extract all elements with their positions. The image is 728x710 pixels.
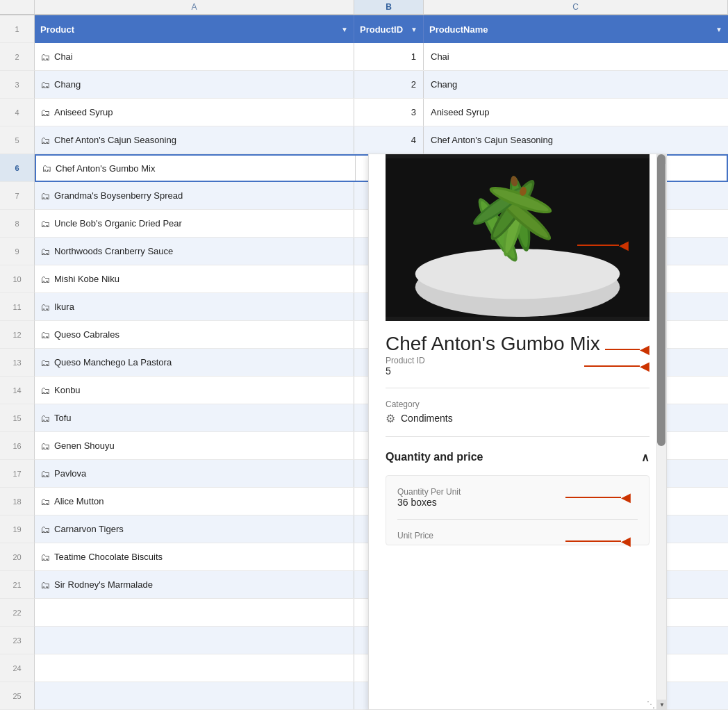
svg-point-2 (415, 249, 620, 299)
product-icon: 🗂 (40, 468, 50, 479)
cell-value: Chef Anton's Gumbo Mix (56, 163, 155, 174)
cell-a-16: 🗂 Genen Shouyu (35, 432, 354, 459)
product-icon: 🗂 (40, 274, 50, 285)
quantity-price-section-title[interactable]: Quantity and price ∧ (386, 448, 650, 464)
row-num-22: 22 (0, 599, 35, 627)
cell-c-5: Chef Anton's Cajun Seasoning (424, 126, 728, 154)
row-num-8: 8 (0, 210, 35, 238)
product-icon: 🗂 (40, 135, 50, 146)
spreadsheet: A B C 1 2 3 4 5 6 7 8 9 10 11 12 13 14 1… (0, 0, 728, 710)
row-num-24: 24 (0, 654, 35, 682)
row-num-20: 20 (0, 543, 35, 571)
row-num-2: 2 (0, 43, 35, 71)
cell-a-7: 🗂 Grandma's Boysenberry Spread (35, 182, 354, 209)
product-icon: 🗂 (40, 246, 50, 257)
cell-value: Tofu (54, 413, 72, 423)
col-header-a[interactable]: A (35, 0, 354, 15)
productname-dropdown-icon[interactable]: ▼ (715, 26, 722, 33)
cell-value: Teatime Chocolate Biscuits (54, 552, 163, 562)
header-cell-productid[interactable]: ProductID ▼ (354, 15, 424, 43)
quantity-price-card: Quantity Per Unit ◀ 36 boxes Unit Price (386, 475, 650, 545)
cell-value: Queso Manchego La Pastora (54, 357, 172, 368)
product-icon: 🗂 (40, 440, 50, 452)
detail-content: ◀ Chef Anton's Gumbo Mix ◀ Product ID (369, 154, 666, 709)
section-title-text: Quantity and price (386, 451, 483, 463)
product-icon: 🗂 (40, 79, 50, 90)
cell-a-24 (35, 654, 354, 682)
row-num-23: 23 (0, 627, 35, 654)
table-row[interactable]: 🗂 Aniseed Syrup 3 Aniseed Syrup (35, 99, 728, 126)
cell-value: Aniseed Syrup (54, 107, 113, 117)
header-product-label: Product (40, 24, 74, 35)
product-icon: 🗂 (40, 190, 50, 201)
header-productname-label: ProductName (429, 24, 488, 35)
cell-a-11: 🗂 Ikura (35, 293, 354, 320)
col-header-c[interactable]: C (424, 0, 728, 15)
product-dropdown-icon[interactable]: ▼ (341, 26, 348, 33)
product-icon: 🗂 (40, 357, 50, 368)
cell-value: Chef Anton's Cajun Seasoning (54, 135, 176, 145)
cell-value: Genen Shouyu (54, 440, 115, 451)
cell-b-5: 4 (354, 126, 424, 154)
cell-value: Uncle Bob's Organic Dried Pear (54, 218, 182, 229)
cell-b-4: 3 (354, 99, 424, 126)
productid-dropdown-icon[interactable]: ▼ (411, 26, 417, 33)
divider-1 (386, 388, 650, 388)
cell-value: Konbu (54, 385, 81, 395)
table-row[interactable]: 🗂 Chang 2 Chang (35, 71, 728, 99)
resize-handle[interactable]: ⋱ (647, 700, 655, 708)
cell-a-25 (35, 682, 354, 709)
cell-value: Ikura (54, 302, 74, 312)
product-icon: 🗂 (40, 496, 50, 507)
product-icon: 🗂 (40, 329, 50, 340)
arrow-product-id: ◀ (584, 358, 650, 374)
row-num-header-corner (0, 0, 35, 15)
category-row: ⚙ Condiments (386, 412, 650, 425)
cell-value: Pavlova (54, 468, 86, 479)
row-num-5: 5 (0, 126, 35, 154)
product-icon: 🗂 (40, 413, 50, 424)
cell-a-17: 🗂 Pavlova (35, 460, 354, 487)
cell-a-23 (35, 627, 354, 654)
cell-a-13: 🗂 Queso Manchego La Pastora (35, 349, 354, 376)
row-numbers: 1 2 3 4 5 6 7 8 9 10 11 12 13 14 15 16 1… (0, 15, 35, 710)
row-num-7: 7 (0, 182, 35, 210)
cell-a-18: 🗂 Alice Mutton (35, 488, 354, 515)
cell-a-12: 🗂 Queso Cabrales (35, 321, 354, 348)
header-cell-product[interactable]: Product ▼ (35, 15, 354, 43)
cell-a-19: 🗂 Carnarvon Tigers (35, 515, 354, 543)
collapse-icon[interactable]: ∧ (641, 451, 650, 464)
arrow-product-name: ◀ (605, 342, 650, 357)
row-num-18: 18 (0, 488, 35, 515)
cell-value: Northwoods Cranberry Sauce (54, 246, 173, 256)
row-num-21: 21 (0, 571, 35, 599)
product-icon: 🗂 (40, 218, 50, 229)
cell-c-3: Chang (424, 71, 728, 98)
column-headers: A B C (0, 0, 728, 15)
arrow-unit-price: ◀ (565, 534, 631, 549)
table-row[interactable]: 🗂 Chai 1 Chai (35, 43, 728, 71)
cell-a-15: 🗂 Tofu (35, 404, 354, 431)
cell-a-5: 🗂 Chef Anton's Cajun Seasoning (35, 126, 354, 154)
product-icon: 🗂 (40, 552, 50, 563)
cell-value: Sir Rodney's Marmalade (54, 579, 153, 590)
row-num-19: 19 (0, 515, 35, 543)
row-num-11: 11 (0, 293, 35, 321)
header-cell-productname[interactable]: ProductName ▼ (424, 15, 728, 43)
category-label: Category (386, 399, 650, 409)
product-icon: 🗂 (40, 302, 50, 313)
arrow-quantity: ◀ (565, 490, 631, 505)
cell-value: Queso Cabrales (54, 329, 119, 340)
row-num-12: 12 (0, 321, 35, 349)
table-row[interactable]: 🗂 Chef Anton's Cajun Seasoning 4 Chef An… (35, 126, 728, 154)
row-num-15: 15 (0, 404, 35, 432)
detail-panel: ▲ ▼ (368, 154, 667, 710)
row-num-10: 10 (0, 265, 35, 293)
cell-a-9: 🗂 Northwoods Cranberry Sauce (35, 238, 354, 265)
col-header-b[interactable]: B (354, 0, 424, 15)
product-icon: 🗂 (42, 163, 51, 174)
cell-b-3: 2 (354, 71, 424, 98)
cell-a-2: 🗂 Chai (35, 43, 354, 70)
cell-a-10: 🗂 Mishi Kobe Niku (35, 265, 354, 292)
cell-a-14: 🗂 Konbu (35, 377, 354, 404)
